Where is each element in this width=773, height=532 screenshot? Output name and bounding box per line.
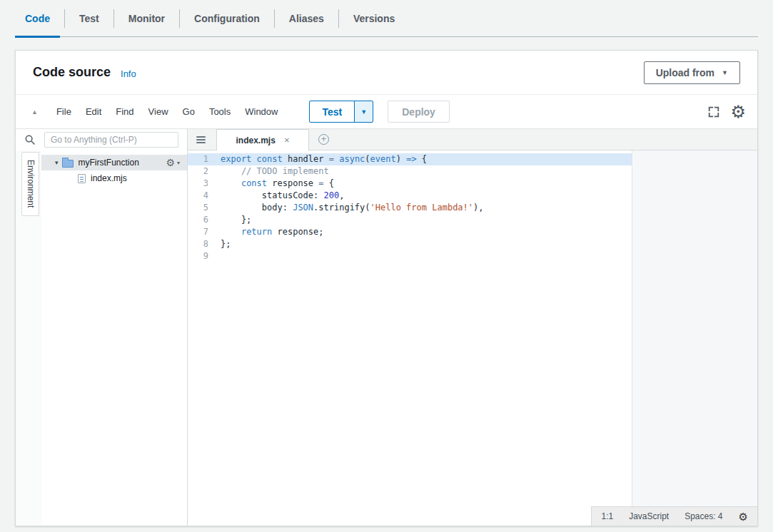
tree-row-folder[interactable]: ▾ myFirstFunction ⚙ ▾ bbox=[41, 155, 187, 170]
code-line[interactable]: export const handler = async(event) => { bbox=[218, 153, 632, 165]
code-line[interactable]: const response = { bbox=[218, 178, 632, 190]
settings-gear-icon[interactable]: ⚙ bbox=[730, 103, 746, 121]
console-tab-monitor[interactable]: Monitor bbox=[118, 0, 175, 37]
console-tab-test[interactable]: Test bbox=[69, 0, 109, 37]
console-tab-aliases[interactable]: Aliases bbox=[279, 0, 334, 37]
file-icon bbox=[78, 174, 86, 183]
file-name: index.mjs bbox=[91, 173, 127, 183]
collapse-triangle-icon[interactable]: ▲ bbox=[31, 108, 38, 116]
info-link[interactable]: Info bbox=[121, 68, 136, 79]
editor-tab-label: index.mjs bbox=[236, 135, 276, 145]
editor-settings-gear-icon[interactable]: ⚙ bbox=[739, 511, 748, 522]
environment-tab[interactable]: Environment bbox=[21, 152, 39, 216]
chevron-down-icon: ▾ bbox=[177, 160, 180, 166]
workspace: Environment ▾ myFirstFunction ⚙ ▾ bbox=[16, 129, 757, 526]
code-line[interactable] bbox=[218, 250, 632, 262]
disclosure-caret-icon[interactable]: ▾ bbox=[55, 159, 59, 166]
line-number[interactable]: 3 bbox=[188, 178, 218, 190]
tab-divider bbox=[338, 9, 339, 28]
tab-divider bbox=[113, 9, 114, 28]
file-tree: ▾ myFirstFunction ⚙ ▾ index.mjs bbox=[41, 150, 187, 526]
line-number[interactable]: 7 bbox=[188, 226, 218, 238]
code-line[interactable]: body: JSON.stringify('Hello from Lambda!… bbox=[218, 202, 632, 214]
menu-go[interactable]: Go bbox=[178, 103, 200, 120]
folder-icon bbox=[62, 160, 74, 168]
console-tab-versions[interactable]: Versions bbox=[343, 0, 405, 37]
tree-row-file[interactable]: index.mjs bbox=[41, 170, 187, 186]
fullscreen-icon[interactable] bbox=[707, 106, 720, 118]
console-tab-code[interactable]: Code bbox=[15, 0, 60, 37]
folder-name: myFirstFunction bbox=[79, 158, 139, 168]
panel-header: Code source Info Upload from ▼ bbox=[16, 51, 757, 95]
cursor-position[interactable]: 1:1 bbox=[601, 511, 613, 521]
close-icon[interactable]: × bbox=[284, 135, 290, 145]
line-number[interactable]: 8 bbox=[188, 238, 218, 250]
code-lines: export const handler = async(event) => {… bbox=[218, 153, 632, 526]
line-number[interactable]: 6 bbox=[188, 214, 218, 226]
code-line[interactable]: statusCode: 200, bbox=[218, 190, 632, 202]
menu-window[interactable]: Window bbox=[240, 103, 283, 120]
code-line[interactable]: return response; bbox=[218, 226, 632, 238]
editor-menus: FileEditFindViewGoToolsWindow bbox=[49, 103, 286, 120]
test-split-button: Test ▼ bbox=[309, 101, 373, 123]
code-editor: index.mjs × + 123456789 export const han… bbox=[188, 129, 757, 526]
editor-body: 123456789 export const handler = async(e… bbox=[188, 150, 757, 526]
gear-icon: ⚙ bbox=[166, 158, 175, 168]
environment-strip: Environment bbox=[16, 150, 41, 526]
goto-anything-input[interactable] bbox=[44, 132, 178, 148]
navigator-toolbar bbox=[16, 129, 187, 150]
file-navigator: Environment ▾ myFirstFunction ⚙ ▾ bbox=[16, 129, 188, 526]
upload-from-button[interactable]: Upload from ▼ bbox=[644, 61, 740, 84]
line-number[interactable]: 4 bbox=[188, 190, 218, 202]
new-tab-icon[interactable]: + bbox=[318, 134, 329, 145]
code-line[interactable]: // TODO implement bbox=[218, 165, 632, 178]
console-tab-bar: CodeTestMonitorConfigurationAliasesVersi… bbox=[15, 0, 758, 37]
language-mode[interactable]: JavaScript bbox=[629, 511, 669, 521]
line-number[interactable]: 2 bbox=[188, 165, 218, 178]
test-button[interactable]: Test bbox=[309, 101, 355, 123]
menu-view[interactable]: View bbox=[143, 103, 173, 120]
code-line[interactable]: }; bbox=[218, 214, 632, 226]
menu-find[interactable]: Find bbox=[111, 103, 138, 120]
print-margin-zone bbox=[632, 150, 757, 526]
page-title: Code source bbox=[33, 65, 111, 80]
editor-statusbar: 1:1 JavaScript Spaces: 4 ⚙ bbox=[591, 506, 757, 526]
line-number[interactable]: 1 bbox=[188, 153, 218, 165]
test-dropdown-button[interactable]: ▼ bbox=[354, 101, 373, 123]
menu-tools[interactable]: Tools bbox=[204, 103, 236, 120]
editor-tabbar: index.mjs × + bbox=[188, 129, 757, 150]
line-number[interactable]: 5 bbox=[188, 202, 218, 214]
menubar-right: ⚙ bbox=[707, 103, 746, 121]
console-tab-configuration[interactable]: Configuration bbox=[184, 0, 270, 37]
deploy-button[interactable]: Deploy bbox=[388, 101, 450, 123]
folder-settings-button[interactable]: ⚙ ▾ bbox=[166, 158, 180, 168]
code-line[interactable]: }; bbox=[218, 238, 632, 250]
editor-menubar: ▲ FileEditFindViewGoToolsWindow Test ▼ D… bbox=[16, 95, 757, 129]
tab-list-icon[interactable] bbox=[188, 136, 213, 143]
chevron-down-icon: ▼ bbox=[722, 70, 728, 76]
code-source-panel: Code source Info Upload from ▼ ▲ FileEdi… bbox=[15, 50, 758, 526]
tab-divider bbox=[274, 9, 275, 28]
navigator-body: Environment ▾ myFirstFunction ⚙ ▾ bbox=[16, 150, 187, 526]
gutter: 123456789 bbox=[188, 153, 218, 526]
menu-edit[interactable]: Edit bbox=[81, 103, 106, 120]
upload-from-label: Upload from bbox=[656, 67, 714, 78]
search-icon[interactable] bbox=[16, 134, 44, 145]
chevron-down-icon: ▼ bbox=[360, 109, 367, 116]
tab-divider bbox=[179, 9, 180, 28]
line-number[interactable]: 9 bbox=[188, 250, 218, 262]
menu-file[interactable]: File bbox=[51, 103, 76, 120]
indent-setting[interactable]: Spaces: 4 bbox=[684, 511, 722, 521]
editor-tab-active[interactable]: index.mjs × bbox=[216, 129, 309, 150]
tab-divider bbox=[64, 9, 65, 28]
